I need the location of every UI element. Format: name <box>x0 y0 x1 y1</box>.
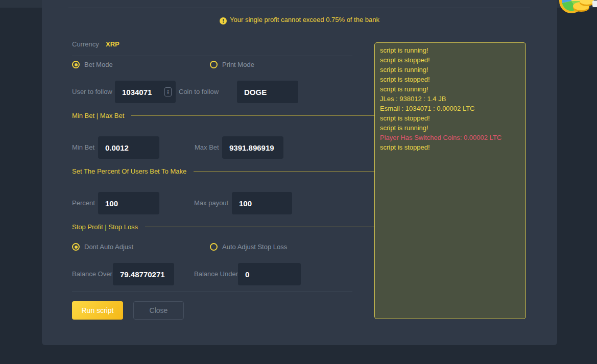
print-mode-radio[interactable]: Print Mode <box>210 61 254 68</box>
bet-mode-label: Bet Mode <box>84 61 113 68</box>
log-line: script is running! <box>380 84 520 94</box>
coin-to-follow-label: Coin to follow <box>179 81 219 103</box>
dont-auto-adjust-radio[interactable]: Dont Auto Adjust <box>72 243 133 251</box>
balance-over-input[interactable] <box>113 263 174 285</box>
auto-adjust-stop-loss-radio[interactable]: Auto Adjust Stop Loss <box>210 243 287 251</box>
log-line: script is running! <box>380 45 520 55</box>
user-to-follow-label: User to follow <box>72 81 112 103</box>
log-line: script is stopped! <box>380 75 520 84</box>
max-payout-label: Max payout <box>194 192 228 214</box>
bank-limit-warning: !Your single profit cannot exceed 0.75% … <box>42 16 557 25</box>
log-line: script is stopped! <box>380 113 520 123</box>
radio-icon <box>210 243 218 251</box>
log-line: script is running! <box>380 123 520 133</box>
section-rule <box>131 115 383 116</box>
log-panel[interactable]: script is running!script is stopped!scri… <box>374 42 526 319</box>
radio-icon <box>72 61 80 68</box>
balance-under-label: Balance Under <box>194 263 238 285</box>
top-divider <box>68 8 530 8</box>
log-line: Player Has Switched Coins: 0.00002 LTC <box>380 133 520 142</box>
radio-icon <box>210 61 218 68</box>
user-to-follow-wrap: ▲▼ <box>115 81 176 103</box>
percent-input[interactable] <box>98 192 159 214</box>
max-bet-label: Max Bet <box>195 136 219 159</box>
log-line: script is running! <box>380 65 520 75</box>
max-bet-input[interactable] <box>222 136 283 159</box>
log-line: Esmail : 1034071 : 0.00002 LTC <box>380 104 520 113</box>
divider <box>72 56 352 56</box>
currency-value[interactable]: XRP <box>106 40 120 48</box>
warning-text: Your single profit cannot exceed 0.75% o… <box>230 16 379 23</box>
section-minmax-title: Min Bet | Max Bet <box>72 112 124 119</box>
number-spinner-icon[interactable]: ▲▼ <box>164 87 172 96</box>
log-line: JLes : 938012 : 1.4 JB <box>380 94 520 104</box>
exclamation-circle-icon: ! <box>220 17 227 25</box>
section-minmax: Min Bet | Max Bet <box>72 112 383 119</box>
print-mode-label: Print Mode <box>222 61 254 68</box>
bet-mode-radio[interactable]: Bet Mode <box>72 61 113 68</box>
close-button[interactable]: Close <box>133 301 184 320</box>
max-payout-input[interactable] <box>232 192 292 214</box>
currency-label: Currency <box>72 40 99 48</box>
log-line: script is stopped! <box>380 55 520 65</box>
divider <box>72 291 352 292</box>
balance-over-label: Balance Over <box>72 263 112 285</box>
section-stop-title: Stop Profit | Stop Loss <box>72 223 138 231</box>
min-bet-input[interactable] <box>98 136 159 159</box>
section-percent: Set The Percent Of Users Bet To Make <box>72 167 383 175</box>
section-stop: Stop Profit | Stop Loss <box>72 223 383 231</box>
section-percent-title: Set The Percent Of Users Bet To Make <box>72 167 186 175</box>
percent-label: Percent <box>72 192 95 214</box>
auto-adjust-stop-loss-label: Auto Adjust Stop Loss <box>222 243 287 251</box>
script-settings-modal: !Your single profit cannot exceed 0.75% … <box>42 0 557 345</box>
run-script-button[interactable]: Run script <box>72 301 123 320</box>
section-rule <box>145 227 383 227</box>
section-rule <box>194 171 383 172</box>
edge-widget-fragment[interactable] <box>592 1 597 7</box>
balance-under-input[interactable] <box>238 263 301 285</box>
radio-icon <box>72 243 80 251</box>
min-bet-label: Min Bet <box>72 136 94 159</box>
rewards-coin-icon[interactable] <box>559 0 594 18</box>
dont-auto-adjust-label: Dont Auto Adjust <box>84 243 133 251</box>
log-line: script is stopped! <box>380 142 520 152</box>
coin-to-follow-input[interactable] <box>237 81 298 103</box>
